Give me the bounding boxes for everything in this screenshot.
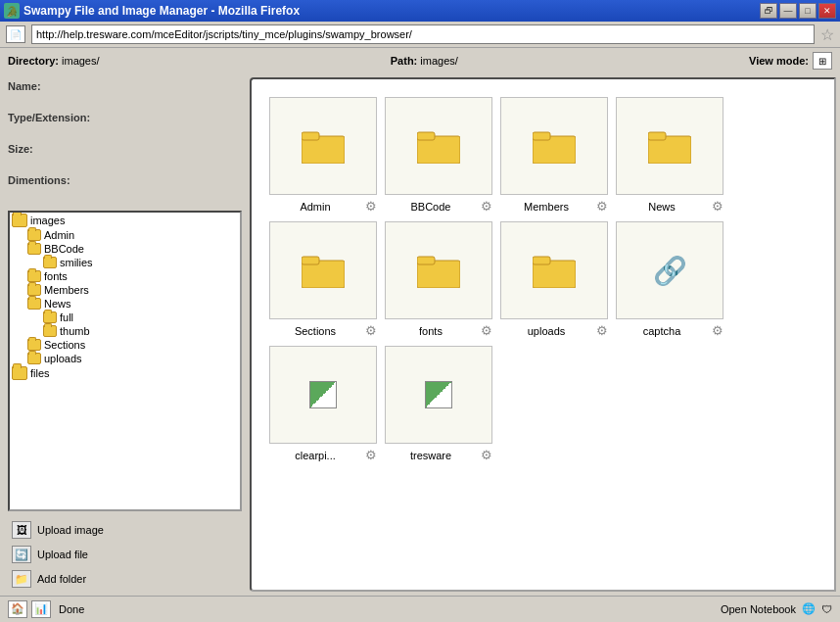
tree-item-bbcode[interactable]: BBCode <box>10 242 240 256</box>
file-thumb-members[interactable] <box>500 97 608 195</box>
view-mode-control: View mode: ⊞ <box>749 52 832 70</box>
folder-thumb-icon <box>302 253 345 288</box>
file-name-row: Sections ⚙ <box>269 323 377 338</box>
svg-rect-3 <box>417 132 435 140</box>
tree-item-thumb[interactable]: thumb <box>10 324 240 338</box>
files-panel: Admin ⚙ BBCode <box>250 77 836 592</box>
folder-icon <box>43 325 57 337</box>
file-thumb-news[interactable] <box>616 97 723 195</box>
svg-rect-1 <box>302 132 319 140</box>
restore-button[interactable]: 🗗 <box>760 3 777 19</box>
folder-icon <box>27 270 41 282</box>
folder-icon <box>43 257 57 268</box>
file-name-row: fonts ⚙ <box>385 323 492 338</box>
minimize-button[interactable]: — <box>779 3 797 19</box>
grid-item-news[interactable]: News ⚙ <box>616 97 723 214</box>
file-thumb-fonts[interactable] <box>385 221 492 319</box>
statusbar-icons: 🏠 📊 <box>8 600 51 618</box>
statusbar-icon-1[interactable]: 🏠 <box>8 600 27 618</box>
upload-image-button[interactable]: 🖼 Upload image <box>8 519 242 541</box>
titlebar: 🐊 Swampy File and Image Manager - Mozill… <box>0 0 840 22</box>
svg-rect-5 <box>533 132 550 140</box>
grid-item-members[interactable]: Members ⚙ <box>500 97 608 214</box>
svg-rect-9 <box>302 257 319 264</box>
settings-icon[interactable]: ⚙ <box>712 323 723 338</box>
settings-icon[interactable]: ⚙ <box>596 323 608 338</box>
tree-item-members[interactable]: Members <box>10 283 240 297</box>
security-icon: 🛡 <box>821 603 832 615</box>
svg-rect-13 <box>533 257 550 264</box>
statusbar-icon-2[interactable]: 📊 <box>31 600 51 618</box>
files-grid: Admin ⚙ BBCode <box>261 89 824 470</box>
folder-icon <box>12 214 27 227</box>
folder-thumb-icon <box>533 128 576 164</box>
tree-item-full[interactable]: full <box>10 311 240 324</box>
folder-thumb-icon <box>533 253 576 288</box>
grid-item-admin[interactable]: Admin ⚙ <box>269 97 377 214</box>
folder-icon <box>27 339 41 351</box>
tree-item-admin[interactable]: Admin <box>10 228 240 242</box>
file-thumb-captcha[interactable]: 🔗 <box>616 221 723 319</box>
bookmark-icon[interactable]: ☆ <box>820 25 834 44</box>
grid-item-tresware[interactable]: tresware ⚙ <box>385 346 492 462</box>
file-thumb-tresware[interactable] <box>385 346 492 444</box>
meta-size: Size: <box>8 142 242 169</box>
meta-name: Name: <box>8 79 242 107</box>
grid-item-sections[interactable]: Sections ⚙ <box>269 221 377 338</box>
grid-item-fonts[interactable]: fonts ⚙ <box>385 221 492 338</box>
image-preview <box>425 381 452 408</box>
add-folder-button[interactable]: 📁 Add folder <box>8 568 242 590</box>
folder-thumb-icon <box>648 128 691 164</box>
file-thumb-uploads[interactable] <box>500 221 608 319</box>
tree-item-sections[interactable]: Sections <box>10 338 240 352</box>
meta-type: Type/Extension: <box>8 111 242 138</box>
svg-rect-7 <box>648 132 666 140</box>
settings-icon[interactable]: ⚙ <box>481 323 492 338</box>
folder-thumb-icon <box>417 128 460 164</box>
settings-icon[interactable]: ⚙ <box>596 199 608 214</box>
grid-item-bbcode[interactable]: BBCode ⚙ <box>385 97 492 214</box>
settings-icon[interactable]: ⚙ <box>365 448 377 462</box>
close-button[interactable]: ✕ <box>818 3 836 19</box>
folder-thumb-icon <box>302 128 345 164</box>
upload-file-button[interactable]: 🔄 Upload file <box>8 544 242 565</box>
settings-icon[interactable]: ⚙ <box>365 323 377 338</box>
file-thumb-clearpi[interactable] <box>269 346 377 444</box>
tree-item-news[interactable]: News <box>10 297 240 311</box>
grid-item-uploads[interactable]: uploads ⚙ <box>500 221 608 338</box>
settings-icon[interactable]: ⚙ <box>365 199 377 214</box>
settings-icon[interactable]: ⚙ <box>481 448 492 462</box>
file-thumb-sections[interactable] <box>269 221 377 319</box>
add-folder-icon: 📁 <box>12 570 31 588</box>
tree-item-files[interactable]: files <box>10 365 240 381</box>
path-display: Path: images/ <box>391 55 458 67</box>
tree-item-smilies[interactable]: smilies <box>10 256 240 269</box>
tree-item-fonts[interactable]: fonts <box>10 269 240 283</box>
image-preview <box>309 381 337 408</box>
tree-item-images[interactable]: images <box>10 213 240 228</box>
file-name-row: captcha ⚙ <box>616 323 723 338</box>
action-buttons: 🖼 Upload image 🔄 Upload file 📁 Add folde… <box>8 519 242 590</box>
folder-icon <box>43 311 57 323</box>
grid-item-captcha[interactable]: 🔗 captcha ⚙ <box>616 221 723 338</box>
grid-item-clearpi[interactable]: clearpi... ⚙ <box>269 346 377 462</box>
file-thumb-bbcode[interactable] <box>385 97 492 195</box>
open-notebook-label[interactable]: Open Notebook <box>721 603 796 615</box>
upload-file-icon: 🔄 <box>12 546 31 563</box>
maximize-button[interactable]: □ <box>799 3 817 19</box>
file-name-row: tresware ⚙ <box>385 448 492 462</box>
left-panel: Name: Type/Extension: Size: Dimentions: … <box>0 73 250 596</box>
statusbar-right: Open Notebook 🌐 🛡 <box>721 602 832 615</box>
settings-icon[interactable]: ⚙ <box>712 199 723 214</box>
tree-item-uploads[interactable]: uploads <box>10 352 240 365</box>
folder-icon <box>27 229 41 241</box>
svg-rect-11 <box>417 257 435 264</box>
file-thumb-admin[interactable] <box>269 97 377 195</box>
file-tree[interactable]: images Admin BBCode smilies fonts <box>8 211 242 511</box>
file-name-row: Members ⚙ <box>500 199 608 214</box>
view-mode-button[interactable]: ⊞ <box>813 52 832 70</box>
meta-dimensions: Dimentions: <box>8 173 242 201</box>
folder-icon <box>27 243 41 255</box>
settings-icon[interactable]: ⚙ <box>481 199 492 214</box>
address-input[interactable] <box>31 24 815 44</box>
